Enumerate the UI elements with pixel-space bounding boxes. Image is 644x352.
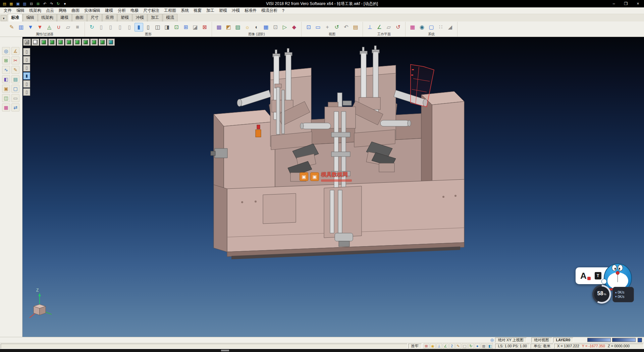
- view-cube-button[interactable]: [48, 39, 56, 46]
- ribbon-tab[interactable]: 加工: [148, 14, 162, 21]
- left-tool-button[interactable]: ∡: [11, 47, 19, 55]
- text-tool-icon[interactable]: A: [580, 271, 587, 280]
- view-cube-button[interactable]: [107, 39, 115, 46]
- toolbar-icon[interactable]: ⊡: [271, 23, 280, 32]
- ribbon-tab[interactable]: 编辑: [23, 14, 38, 21]
- close-button[interactable]: ×: [632, 0, 644, 7]
- status-toggle-icon[interactable]: ↻: [468, 343, 474, 349]
- toolbar-icon[interactable]: ↺: [394, 23, 402, 32]
- toolbar-icon[interactable]: ▯: [125, 23, 134, 32]
- view-cube-button[interactable]: [65, 39, 73, 46]
- left-tool-button[interactable]: ⊞: [2, 56, 10, 64]
- status-toggle-icon[interactable]: ●: [475, 343, 480, 349]
- quick-access-icon[interactable]: ▤: [1, 1, 8, 7]
- toolbar-icon[interactable]: ▯: [106, 23, 115, 32]
- left-tool-button[interactable]: ✂: [11, 56, 19, 64]
- color-swatch-1[interactable]: [587, 338, 611, 342]
- menu-item[interactable]: 建模: [103, 8, 115, 14]
- toolbar-icon[interactable]: ▱: [64, 23, 72, 32]
- ribbon-tab[interactable]: 冲模: [132, 14, 147, 21]
- view-cube-button[interactable]: [73, 39, 81, 46]
- ribbon-tab[interactable]: 尺寸: [87, 14, 102, 21]
- toolbar-icon[interactable]: ⊥: [366, 23, 374, 32]
- toolbar-icon[interactable]: ✎: [7, 23, 16, 32]
- menu-item[interactable]: 电极: [128, 8, 141, 14]
- toolbar-icon[interactable]: ⊞: [181, 23, 190, 32]
- toolbar-icon[interactable]: ☼: [243, 23, 252, 32]
- menu-item[interactable]: 实体编辑: [82, 8, 103, 14]
- toolbar-icon[interactable]: ▮: [135, 23, 143, 32]
- ribbon-tab[interactable]: 线架构: [38, 14, 57, 21]
- menu-item[interactable]: 视窗: [191, 8, 204, 14]
- view-cube-button[interactable]: [90, 39, 98, 46]
- ribbon-tab[interactable]: 应用: [102, 14, 117, 21]
- render-mode-button[interactable]: ▯: [23, 48, 30, 55]
- render-mode-button[interactable]: ▯: [23, 80, 30, 88]
- minimize-button[interactable]: –: [608, 0, 620, 7]
- status-toggle-icon[interactable]: ⊞: [424, 343, 429, 349]
- left-tool-button[interactable]: ▭: [11, 94, 19, 102]
- toolbar-icon[interactable]: ▯: [97, 23, 106, 32]
- render-mode-button[interactable]: ▮: [23, 72, 30, 80]
- render-mode-button[interactable]: ▯: [23, 56, 30, 63]
- view-cube-button[interactable]: [57, 39, 64, 46]
- desktop-net-widget[interactable]: A T 58 % ▴ 0K/s ▾: [574, 264, 644, 308]
- view-reference-indicator[interactable]: 绝对视图: [531, 338, 552, 343]
- toolbar-icon[interactable]: ▦: [408, 23, 417, 32]
- menu-item[interactable]: 曲面: [69, 8, 82, 14]
- toolbar-icon[interactable]: ⊡: [172, 23, 181, 32]
- left-tool-button[interactable]: ▢: [11, 85, 19, 93]
- active-layer-indicator[interactable]: LAYER0: [553, 338, 573, 343]
- status-toggle-icon[interactable]: ◧: [487, 343, 493, 349]
- left-tool-button[interactable]: ⇄: [11, 103, 19, 112]
- scale-indicator[interactable]: LS: 1.00 PS: 1.00: [495, 344, 530, 349]
- view-cube-button[interactable]: [82, 39, 90, 46]
- quick-access-icon[interactable]: ↶: [42, 1, 48, 7]
- menu-item[interactable]: 尺寸标注: [141, 8, 162, 14]
- view-cube-button[interactable]: ≡: [23, 39, 31, 46]
- view-cube-button[interactable]: [40, 39, 48, 46]
- menu-item[interactable]: 编辑: [14, 8, 27, 14]
- toolbar-icon[interactable]: ▼: [36, 23, 44, 32]
- network-speed-panel[interactable]: ▴ 0K/s ▾ 0K/s: [612, 287, 634, 302]
- view-orientation-indicator[interactable]: 绝对 XY 上视图: [495, 338, 527, 343]
- viewport-3d[interactable]: Z ≡: [22, 37, 644, 337]
- quick-access-icon[interactable]: ⊞: [35, 1, 41, 7]
- quick-access-icon[interactable]: ↻: [55, 1, 61, 7]
- menu-item[interactable]: 文件: [1, 8, 14, 14]
- quick-access-icon[interactable]: ▥: [21, 1, 28, 7]
- toolbar-icon[interactable]: ▷: [280, 23, 289, 32]
- status-toggle-icon[interactable]: ∠: [443, 343, 448, 349]
- toolbar-icon[interactable]: +: [323, 23, 332, 32]
- toolbar-icon[interactable]: ↺: [332, 23, 341, 32]
- menu-item[interactable]: 模流分析: [259, 8, 280, 14]
- stamp-tool-icon[interactable]: T: [595, 272, 601, 279]
- snap-lock-toggle[interactable]: 拴牢: [408, 344, 422, 349]
- menu-item[interactable]: 工程图: [162, 8, 178, 14]
- toolbar-icon[interactable]: ◩: [224, 23, 233, 32]
- toolbar-icon[interactable]: ◢: [446, 23, 454, 32]
- usage-percent-badge[interactable]: 58 %: [592, 285, 611, 304]
- quick-access-icon[interactable]: ▾: [62, 1, 68, 7]
- left-tool-button[interactable]: ▣: [2, 85, 10, 93]
- left-tool-button[interactable]: ▤: [11, 75, 19, 83]
- view-cube-button[interactable]: [99, 39, 106, 46]
- left-tool-button[interactable]: ◧: [2, 75, 10, 83]
- menu-item[interactable]: 分析: [115, 8, 128, 14]
- render-mode-button[interactable]: ▯: [23, 88, 30, 96]
- menu-item[interactable]: 冲模: [229, 8, 242, 14]
- maximize-button[interactable]: ❐: [620, 0, 632, 7]
- toolbar-icon[interactable]: ∷: [436, 23, 445, 32]
- locate-icon[interactable]: ◎: [489, 338, 495, 342]
- toolbar-icon[interactable]: ◐: [252, 23, 261, 32]
- status-toggle-icon[interactable]: ▢: [462, 343, 468, 349]
- toolbar-icon[interactable]: ◆: [290, 23, 299, 32]
- toolbar-icon[interactable]: ▦: [262, 23, 270, 32]
- ribbon-tab[interactable]: 标准: [8, 14, 22, 21]
- cad-model-canvas[interactable]: Z: [22, 37, 644, 337]
- toolbar-icon[interactable]: ▱: [384, 23, 393, 32]
- ribbon-tab[interactable]: 建模: [57, 14, 72, 21]
- toolbar-icon[interactable]: ≡: [73, 23, 82, 32]
- status-toggle-icon[interactable]: ⊥: [436, 343, 442, 349]
- quick-access-icon[interactable]: ▦: [8, 1, 14, 7]
